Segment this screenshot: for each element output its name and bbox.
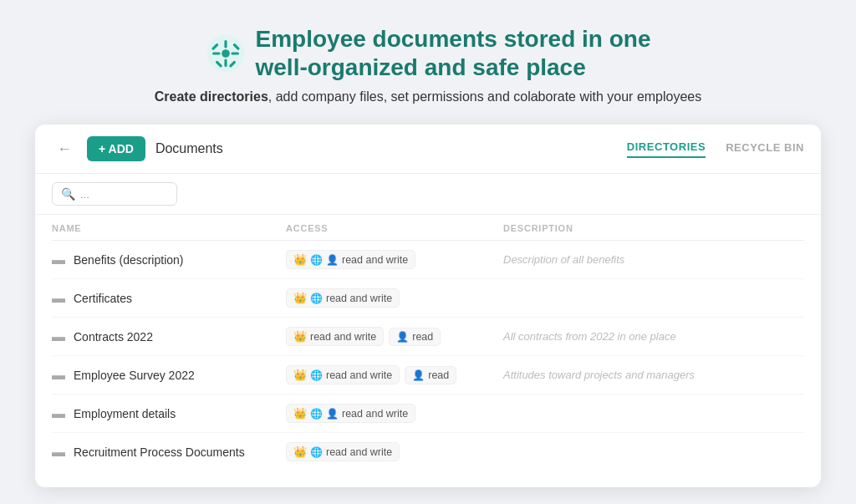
table-row: ▬ Contracts 2022 👑 read and write 👤 read… [52,318,804,356]
access-badge: 👑 🌐 read and write [286,288,400,308]
description-cell: Description of all benefits [503,253,804,266]
main-title: Employee documents stored in one well-or… [256,25,651,81]
svg-rect-2 [224,40,227,48]
back-button[interactable]: ← [52,139,77,160]
access-label: read and write [342,254,408,266]
crown-icon: 👑 [293,292,307,304]
access-label: read and write [326,293,392,304]
globe-icon: 🌐 [310,369,323,381]
person-icon: 👤 [396,331,409,343]
row-name: Employee Survey 2022 [74,369,195,382]
logo-icon [206,33,246,74]
globe-icon: 🌐 [310,254,323,266]
crown-icon: 👑 [293,330,307,343]
name-cell: ▬ Contracts 2022 [52,329,286,344]
access-cell: 👑 🌐 👤 read and write [286,404,503,423]
search-input[interactable] [80,188,155,201]
name-cell: ▬ Benefits (description) [52,252,286,267]
add-button[interactable]: + ADD [87,136,145,161]
crown-icon: 👑 [293,369,307,381]
svg-rect-4 [212,52,221,54]
toolbar: ← + ADD Documents DIRECTORIES RECYCLE BI… [35,125,821,174]
access-label: read and write [310,331,376,343]
breadcrumb: Documents [155,141,617,156]
crown-icon: 👑 [293,445,307,458]
globe-icon: 🌐 [310,446,323,458]
row-name: Contracts 2022 [74,330,153,344]
access-label: read and write [326,369,392,381]
header-section: Employee documents stored in one well-or… [155,25,702,104]
table-row: ▬ Certificates 👑 🌐 read and write [52,279,804,318]
col-description-header: DESCRIPTION [503,223,804,233]
row-name: Recruitment Process Documents [74,445,245,459]
access-badge: 👑 read and write [286,327,384,346]
access-cell: 👑 🌐 read and write [286,442,503,461]
table-header: NAME ACCESS DESCRIPTION [52,215,804,241]
crown-icon: 👑 [293,407,307,420]
folder-icon: ▬ [52,291,65,306]
name-cell: ▬ Employment details [52,406,286,421]
access-cell: 👑 🌐 👤 read and write [286,250,503,269]
table-container: NAME ACCESS DESCRIPTION ▬ Benefits (desc… [35,215,821,487]
name-cell: ▬ Employee Survey 2022 [52,368,286,383]
access-cell: 👑 🌐 read and write [286,288,503,308]
header-top: Employee documents stored in one well-or… [155,25,702,81]
person-icon: 👤 [326,408,339,420]
access-cell: 👑 🌐 read and write 👤 read [286,365,503,384]
name-cell: ▬ Recruitment Process Documents [52,445,286,460]
svg-rect-5 [231,52,239,54]
svg-point-1 [222,49,230,58]
col-access-header: ACCESS [286,223,503,233]
folder-icon: ▬ [52,252,65,267]
description-cell: Attitudes toward projects and managers [503,369,804,381]
crown-icon: 👑 [293,253,307,266]
access-badge: 👑 🌐 read and write [286,442,400,461]
subtitle: Create directories, add company files, s… [155,89,702,104]
person-icon: 👤 [326,254,339,266]
folder-icon: ▬ [52,329,65,344]
access-badge: 👑 🌐 👤 read and write [286,250,415,269]
search-wrap: 🔍 [52,182,177,206]
access-badge-secondary: 👤 read [389,328,441,346]
description-cell: All contracts from 2022 in one place [503,330,804,343]
access-secondary-label: read [428,369,449,381]
col-name-header: NAME [52,223,286,233]
row-name: Certificates [74,292,132,305]
row-name: Benefits (description) [74,253,184,267]
tab-directories[interactable]: DIRECTORIES [627,140,706,158]
access-badge: 👑 🌐 read and write [286,365,400,384]
access-label: read and write [342,408,408,420]
access-cell: 👑 read and write 👤 read [286,327,503,346]
folder-icon: ▬ [52,445,65,460]
search-icon: 🔍 [61,187,75,201]
table-row: ▬ Employee Survey 2022 👑 🌐 read and writ… [52,356,804,395]
globe-icon: 🌐 [310,408,323,420]
tab-recycle-bin[interactable]: RECYCLE BIN [726,141,804,157]
table-row: ▬ Benefits (description) 👑 🌐 👤 read and … [52,241,804,279]
person-icon: 👤 [412,369,425,381]
folder-icon: ▬ [52,406,65,421]
access-label: read and write [326,446,392,458]
access-badge: 👑 🌐 👤 read and write [286,404,415,423]
access-badge-secondary: 👤 read [405,366,456,384]
search-bar: 🔍 [35,174,821,215]
name-cell: ▬ Certificates [52,291,286,306]
access-secondary-label: read [412,331,433,343]
table-row: ▬ Employment details 👑 🌐 👤 read and writ… [52,395,804,433]
tab-navigation: DIRECTORIES RECYCLE BIN [627,140,804,158]
folder-icon: ▬ [52,368,65,383]
app-window: ← + ADD Documents DIRECTORIES RECYCLE BI… [35,125,821,487]
globe-icon: 🌐 [310,293,323,304]
table-row: ▬ Recruitment Process Documents 👑 🌐 read… [52,433,804,471]
row-name: Employment details [74,407,176,420]
svg-rect-3 [224,59,227,67]
